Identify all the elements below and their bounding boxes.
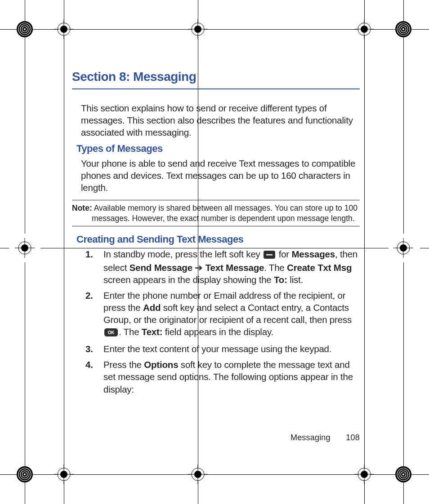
step-2: 2. Enter the phone number or Email addre…: [90, 289, 360, 339]
step-text: Enter the text content of your message u…: [103, 344, 331, 354]
reg-line-v2: [64, 0, 64, 504]
types-text: Your phone is able to send and receive T…: [81, 157, 360, 194]
heading-creating: Creating and Sending Text Messages: [72, 234, 360, 245]
step-text: Press the: [103, 359, 144, 370]
bold-to: To:: [274, 274, 287, 285]
step-4: 4. Press the Options soft key to complet…: [90, 358, 360, 395]
step-text: screen appears in the display showing th…: [103, 274, 274, 285]
bold-create-txt-msg: Create Txt Msg: [287, 262, 352, 273]
step-text: for: [276, 249, 291, 259]
bold-add: Add: [143, 302, 161, 313]
softkey-dash-icon: [264, 249, 275, 261]
page-content: Section 8: Messaging This section explai…: [72, 70, 360, 399]
intro-text: This section explains how to send or rec…: [81, 102, 360, 138]
types-body: Your phone is able to send and receive T…: [72, 157, 360, 194]
arrow-text: ➔: [192, 262, 206, 273]
step-text: . The: [264, 262, 287, 273]
bold-send-message: Send Message: [130, 262, 192, 273]
footer-section: Messaging: [290, 433, 331, 442]
footer-page-number: 108: [333, 433, 360, 442]
title-rule: [72, 88, 360, 89]
bold-messages: Messages: [291, 249, 335, 259]
ok-key-icon: OK: [104, 327, 118, 339]
note-text: Available memory is shared between all m…: [92, 203, 358, 222]
intro-paragraph: This section explains how to send or rec…: [72, 102, 360, 138]
mark-cover: [389, 234, 420, 262]
svg-text:OK: OK: [108, 330, 115, 335]
step-text: field appears in the display.: [162, 327, 273, 337]
bold-options: Options: [144, 359, 178, 370]
step-1: 1. In standby mode, press the left soft …: [90, 248, 360, 286]
mark-cover: [9, 234, 40, 262]
step-number: 2.: [85, 289, 93, 301]
step-text: list.: [287, 274, 303, 285]
svg-rect-10: [266, 254, 273, 256]
reg-line-v4: [364, 0, 365, 504]
bold-text-message: Text Message: [206, 262, 264, 273]
step-text: . The: [119, 327, 142, 337]
step-number: 3.: [85, 343, 93, 355]
section-title: Section 8: Messaging: [72, 70, 360, 84]
heading-types: Types of Messages: [72, 143, 360, 155]
bold-text-field: Text:: [142, 327, 162, 337]
note-label: Note:: [72, 203, 92, 212]
page-footer: Messaging 108: [72, 433, 360, 442]
step-3: 3. Enter the text content of your messag…: [90, 343, 360, 355]
steps-list: 1. In standby mode, press the left soft …: [72, 248, 360, 395]
step-number: 1.: [85, 248, 93, 260]
step-text: In standby mode, press the left soft key: [103, 249, 263, 259]
step-number: 4.: [85, 358, 93, 371]
note-box: Note: Available memory is shared between…: [72, 200, 360, 226]
